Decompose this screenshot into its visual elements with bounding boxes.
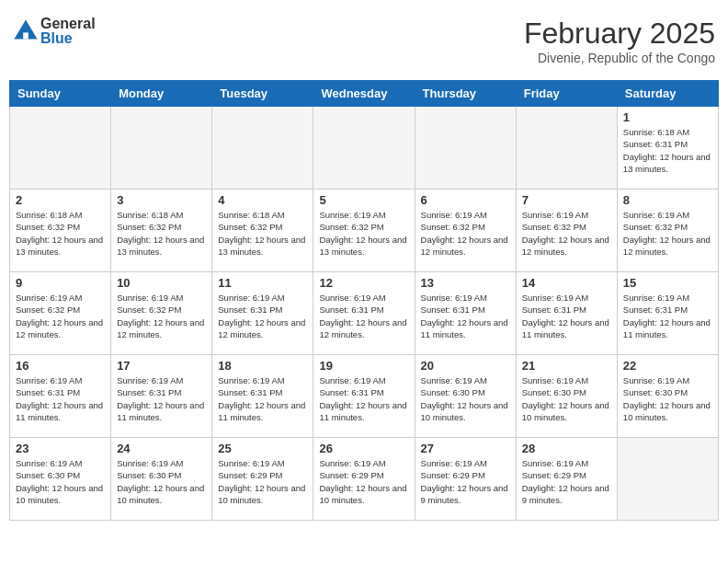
day-number: 12 bbox=[319, 276, 408, 290]
day-number: 3 bbox=[117, 193, 206, 207]
calendar-cell: 4Sunrise: 6:18 AM Sunset: 6:32 PM Daylig… bbox=[212, 190, 313, 272]
calendar-cell: 15Sunrise: 6:19 AM Sunset: 6:31 PM Dayli… bbox=[617, 272, 718, 355]
day-number: 18 bbox=[218, 359, 307, 373]
svg-rect-1 bbox=[23, 32, 28, 39]
calendar-cell: 25Sunrise: 6:19 AM Sunset: 6:29 PM Dayli… bbox=[212, 438, 313, 521]
day-number: 20 bbox=[421, 359, 510, 373]
day-info: Sunrise: 6:19 AM Sunset: 6:32 PM Dayligh… bbox=[319, 209, 408, 258]
day-number: 11 bbox=[218, 276, 307, 290]
day-info: Sunrise: 6:19 AM Sunset: 6:32 PM Dayligh… bbox=[421, 209, 510, 258]
calendar-cell: 27Sunrise: 6:19 AM Sunset: 6:29 PM Dayli… bbox=[415, 438, 516, 521]
calendar-week-row: 1Sunrise: 6:18 AM Sunset: 6:31 PM Daylig… bbox=[10, 107, 719, 190]
calendar-week-row: 16Sunrise: 6:19 AM Sunset: 6:31 PM Dayli… bbox=[10, 355, 719, 438]
day-info: Sunrise: 6:18 AM Sunset: 6:32 PM Dayligh… bbox=[16, 209, 105, 258]
calendar-cell: 10Sunrise: 6:19 AM Sunset: 6:32 PM Dayli… bbox=[111, 272, 212, 355]
day-number: 14 bbox=[522, 276, 611, 290]
day-number: 22 bbox=[623, 359, 712, 373]
day-info: Sunrise: 6:19 AM Sunset: 6:31 PM Dayligh… bbox=[16, 374, 105, 423]
day-info: Sunrise: 6:19 AM Sunset: 6:32 PM Dayligh… bbox=[522, 209, 611, 258]
header-title-block: February 2025 Divenie, Republic of the C… bbox=[524, 17, 715, 65]
weekday-header-row: SundayMondayTuesdayWednesdayThursdayFrid… bbox=[10, 81, 719, 107]
weekday-header-thursday: Thursday bbox=[415, 81, 516, 107]
calendar-cell: 28Sunrise: 6:19 AM Sunset: 6:29 PM Dayli… bbox=[516, 438, 617, 521]
weekday-header-wednesday: Wednesday bbox=[313, 81, 415, 107]
calendar-cell: 19Sunrise: 6:19 AM Sunset: 6:31 PM Dayli… bbox=[313, 355, 415, 438]
day-info: Sunrise: 6:19 AM Sunset: 6:31 PM Dayligh… bbox=[522, 292, 611, 340]
weekday-header-friday: Friday bbox=[516, 81, 617, 107]
day-info: Sunrise: 6:19 AM Sunset: 6:30 PM Dayligh… bbox=[117, 457, 206, 506]
page-header: General Blue February 2025 Divenie, Repu… bbox=[9, 9, 719, 73]
day-info: Sunrise: 6:19 AM Sunset: 6:30 PM Dayligh… bbox=[522, 374, 611, 423]
calendar-cell: 1Sunrise: 6:18 AM Sunset: 6:31 PM Daylig… bbox=[617, 107, 718, 190]
calendar-cell: 2Sunrise: 6:18 AM Sunset: 6:32 PM Daylig… bbox=[10, 190, 111, 272]
calendar-cell bbox=[10, 107, 111, 190]
day-info: Sunrise: 6:19 AM Sunset: 6:29 PM Dayligh… bbox=[522, 457, 611, 506]
day-info: Sunrise: 6:19 AM Sunset: 6:29 PM Dayligh… bbox=[319, 457, 408, 506]
day-info: Sunrise: 6:18 AM Sunset: 6:31 PM Dayligh… bbox=[623, 126, 712, 175]
calendar-cell: 17Sunrise: 6:19 AM Sunset: 6:31 PM Dayli… bbox=[111, 355, 212, 438]
day-number: 16 bbox=[16, 359, 105, 373]
calendar-cell: 8Sunrise: 6:19 AM Sunset: 6:32 PM Daylig… bbox=[617, 190, 718, 272]
day-number: 6 bbox=[421, 193, 510, 207]
day-info: Sunrise: 6:19 AM Sunset: 6:31 PM Dayligh… bbox=[218, 374, 307, 423]
calendar-cell: 20Sunrise: 6:19 AM Sunset: 6:30 PM Dayli… bbox=[415, 355, 516, 438]
calendar-cell: 23Sunrise: 6:19 AM Sunset: 6:30 PM Dayli… bbox=[10, 438, 111, 521]
day-number: 9 bbox=[16, 276, 105, 290]
calendar-cell: 13Sunrise: 6:19 AM Sunset: 6:31 PM Dayli… bbox=[415, 272, 516, 355]
weekday-header-tuesday: Tuesday bbox=[212, 81, 313, 107]
day-info: Sunrise: 6:19 AM Sunset: 6:31 PM Dayligh… bbox=[421, 292, 510, 340]
calendar-cell bbox=[617, 438, 718, 521]
calendar-cell bbox=[313, 107, 415, 190]
calendar-cell: 21Sunrise: 6:19 AM Sunset: 6:30 PM Dayli… bbox=[516, 355, 617, 438]
day-number: 25 bbox=[218, 442, 307, 455]
day-number: 13 bbox=[421, 276, 510, 290]
day-number: 28 bbox=[522, 442, 611, 455]
location: Divenie, Republic of the Congo bbox=[524, 51, 715, 65]
weekday-header-saturday: Saturday bbox=[617, 81, 718, 107]
calendar-week-row: 2Sunrise: 6:18 AM Sunset: 6:32 PM Daylig… bbox=[10, 190, 719, 272]
calendar-cell bbox=[415, 107, 516, 190]
day-info: Sunrise: 6:19 AM Sunset: 6:32 PM Dayligh… bbox=[16, 292, 105, 340]
day-info: Sunrise: 6:19 AM Sunset: 6:31 PM Dayligh… bbox=[117, 374, 206, 423]
day-number: 8 bbox=[623, 193, 712, 207]
day-number: 27 bbox=[421, 442, 510, 455]
day-number: 21 bbox=[522, 359, 611, 373]
day-info: Sunrise: 6:18 AM Sunset: 6:32 PM Dayligh… bbox=[117, 209, 206, 258]
day-number: 10 bbox=[117, 276, 206, 290]
calendar-table: SundayMondayTuesdayWednesdayThursdayFrid… bbox=[9, 80, 719, 521]
weekday-header-sunday: Sunday bbox=[10, 81, 111, 107]
day-info: Sunrise: 6:19 AM Sunset: 6:30 PM Dayligh… bbox=[623, 374, 712, 423]
calendar-week-row: 23Sunrise: 6:19 AM Sunset: 6:30 PM Dayli… bbox=[10, 438, 719, 521]
calendar-cell: 22Sunrise: 6:19 AM Sunset: 6:30 PM Dayli… bbox=[617, 355, 718, 438]
calendar-cell: 18Sunrise: 6:19 AM Sunset: 6:31 PM Dayli… bbox=[212, 355, 313, 438]
calendar-cell: 11Sunrise: 6:19 AM Sunset: 6:31 PM Dayli… bbox=[212, 272, 313, 355]
day-info: Sunrise: 6:19 AM Sunset: 6:29 PM Dayligh… bbox=[421, 457, 510, 506]
calendar-cell: 9Sunrise: 6:19 AM Sunset: 6:32 PM Daylig… bbox=[10, 272, 111, 355]
calendar-cell: 5Sunrise: 6:19 AM Sunset: 6:32 PM Daylig… bbox=[313, 190, 415, 272]
logo-general: General bbox=[40, 17, 96, 31]
calendar-cell: 26Sunrise: 6:19 AM Sunset: 6:29 PM Dayli… bbox=[313, 438, 415, 521]
day-number: 23 bbox=[16, 442, 105, 455]
logo: General Blue bbox=[13, 17, 96, 46]
day-info: Sunrise: 6:19 AM Sunset: 6:32 PM Dayligh… bbox=[117, 292, 206, 340]
day-info: Sunrise: 6:19 AM Sunset: 6:31 PM Dayligh… bbox=[319, 292, 408, 340]
day-number: 15 bbox=[623, 276, 712, 290]
day-info: Sunrise: 6:19 AM Sunset: 6:31 PM Dayligh… bbox=[623, 292, 712, 340]
day-number: 24 bbox=[117, 442, 206, 455]
calendar-cell: 24Sunrise: 6:19 AM Sunset: 6:30 PM Dayli… bbox=[111, 438, 212, 521]
day-number: 4 bbox=[218, 193, 307, 207]
day-info: Sunrise: 6:18 AM Sunset: 6:32 PM Dayligh… bbox=[218, 209, 307, 258]
day-info: Sunrise: 6:19 AM Sunset: 6:29 PM Dayligh… bbox=[218, 457, 307, 506]
calendar-cell bbox=[516, 107, 617, 190]
calendar-cell: 16Sunrise: 6:19 AM Sunset: 6:31 PM Dayli… bbox=[10, 355, 111, 438]
month-title: February 2025 bbox=[524, 17, 715, 51]
calendar-cell bbox=[212, 107, 313, 190]
day-number: 5 bbox=[319, 193, 408, 207]
calendar-cell: 12Sunrise: 6:19 AM Sunset: 6:31 PM Dayli… bbox=[313, 272, 415, 355]
day-number: 7 bbox=[522, 193, 611, 207]
day-number: 1 bbox=[623, 110, 712, 124]
calendar-cell bbox=[111, 107, 212, 190]
calendar-week-row: 9Sunrise: 6:19 AM Sunset: 6:32 PM Daylig… bbox=[10, 272, 719, 355]
day-info: Sunrise: 6:19 AM Sunset: 6:31 PM Dayligh… bbox=[319, 374, 408, 423]
calendar-cell: 3Sunrise: 6:18 AM Sunset: 6:32 PM Daylig… bbox=[111, 190, 212, 272]
